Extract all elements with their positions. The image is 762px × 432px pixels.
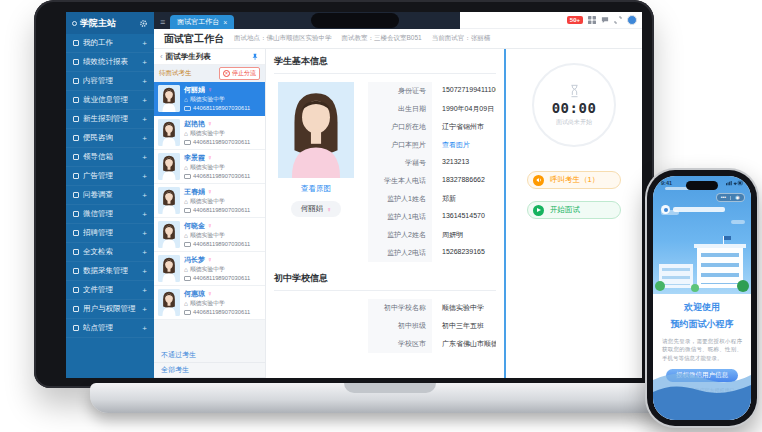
field-label: 学籍号 [368, 154, 432, 172]
welcome-line2: 预约面试小程序 [653, 318, 751, 331]
expand-plus-icon[interactable]: + [142, 229, 147, 238]
notification-badge[interactable]: 50+ [567, 16, 583, 24]
sidebar-item[interactable]: 站点管理 + [66, 319, 154, 338]
sidebar-item[interactable]: 全文检索 + [66, 243, 154, 262]
student-card[interactable]: 李景霞 ♀ ⌂ 顺德实验中学 [154, 150, 265, 184]
pin-icon[interactable] [251, 53, 259, 61]
student-card[interactable]: 赵艳艳 ♀ ⌂ 顺德实验中学 [154, 116, 265, 150]
menu-item-icon [73, 249, 79, 255]
field-value: 周妍明 [432, 226, 496, 244]
student-card[interactable]: 何晓金 ♀ ⌂ 顺德实验中学 [154, 218, 265, 252]
stop-dispatch-button[interactable]: × 停止分流 [219, 67, 260, 80]
idcard-icon [184, 242, 191, 247]
menu-item-icon [73, 306, 79, 312]
play-icon [533, 205, 544, 216]
gear-icon[interactable] [139, 19, 148, 28]
student-name-row: 何丽娟 ♀ [184, 85, 250, 94]
student-name: 王春娟 [184, 187, 205, 196]
basic-fields: 身份证号 150727199411100538 出生日期 1990年04月09日… [368, 82, 496, 262]
bush [691, 284, 699, 292]
sidebar-item[interactable]: 就业信息管理 + [66, 91, 154, 110]
building-main [697, 248, 743, 288]
chat-icon[interactable] [601, 16, 609, 24]
chevron-left-icon[interactable]: ‹ [160, 52, 163, 61]
sidebar-item[interactable]: 问卷调查 + [66, 186, 154, 205]
meta-interviewer: 当前面试官：张丽楠 [432, 34, 491, 43]
sidebar-item[interactable]: 我的工作 + [66, 34, 154, 53]
student-card-info: 冯长梦 ♀ ⌂ 顺德实验中学 [184, 255, 250, 282]
basic-info-title: 学生基本信息 [274, 55, 496, 74]
student-photo [158, 187, 180, 214]
camera-notch [311, 13, 399, 28]
hamburger-icon[interactable]: ≡ [160, 17, 165, 27]
tab-interview-workbench[interactable]: 面试官工作台 × [170, 15, 234, 29]
female-icon: ♀ [207, 255, 212, 264]
sidebar-item[interactable]: 微信管理 + [66, 205, 154, 224]
expand-plus-icon[interactable]: + [142, 286, 147, 295]
student-card[interactable]: 何惠琼 ♀ ⌂ 顺德实验中学 [154, 286, 265, 320]
sidebar-item[interactable]: 绩效统计报表 + [66, 53, 154, 72]
field-label: 监护人1姓名 [368, 190, 432, 208]
fullscreen-icon[interactable] [614, 16, 622, 24]
pending-group-header: 待面试考生 × 停止分流 [154, 65, 265, 82]
student-card[interactable]: 王春娟 ♀ ⌂ 顺德实验中学 [154, 184, 265, 218]
stop-icon: × [223, 70, 230, 77]
sidebar-item[interactable]: 广告管理 + [66, 167, 154, 186]
sidebar-item-label: 便民咨询 [83, 133, 113, 143]
school-icon: ⌂ [184, 301, 188, 307]
student-school: 顺德实验中学 [190, 129, 225, 138]
expand-plus-icon[interactable]: + [142, 39, 147, 48]
laptop-base-notch [344, 383, 436, 393]
chip-name: 何丽娟 [301, 204, 324, 214]
expand-plus-icon[interactable]: + [142, 153, 147, 162]
call-student-button[interactable]: 呼叫考生（1） [527, 171, 621, 189]
exit-target-icon[interactable]: ◉ [731, 194, 744, 201]
page-title: 面试官工作台 [164, 32, 224, 46]
grid-apps-icon[interactable] [588, 16, 596, 24]
expand-plus-icon[interactable]: + [142, 210, 147, 219]
expand-plus-icon[interactable]: + [142, 305, 147, 314]
link-all-students[interactable]: 全部考生 [154, 363, 265, 378]
student-card[interactable]: 何丽娟 ♀ ⌂ 顺德实验中学 [154, 82, 265, 116]
status-icons [726, 180, 743, 186]
dynamic-island [686, 181, 718, 190]
student-portrait [278, 82, 354, 178]
student-school: 顺德实验中学 [190, 163, 225, 172]
school-logo-text [673, 207, 725, 212]
expand-plus-icon[interactable]: + [142, 115, 147, 124]
expand-plus-icon[interactable]: + [142, 134, 147, 143]
expand-plus-icon[interactable]: + [142, 58, 147, 67]
user-avatar[interactable] [627, 15, 637, 25]
expand-plus-icon[interactable]: + [142, 172, 147, 181]
sidebar-item[interactable]: 用户与权限管理 + [66, 300, 154, 319]
expand-plus-icon[interactable]: + [142, 77, 147, 86]
menu-item-icon [73, 211, 79, 217]
sidebar-item[interactable]: 领导信箱 + [66, 148, 154, 167]
sidebar-item[interactable]: 便民咨询 + [66, 129, 154, 148]
student-card[interactable]: 冯长梦 ♀ ⌂ 顺德实验中学 [154, 252, 265, 286]
sidebar-item[interactable]: 文件管理 + [66, 281, 154, 300]
bush [655, 281, 665, 291]
close-icon[interactable]: × [223, 19, 227, 26]
miniprogram-header: 9:41 ••• ◉ [653, 176, 751, 294]
student-id: 440681198907030611 [193, 207, 250, 213]
expand-plus-icon[interactable]: + [142, 96, 147, 105]
expand-plus-icon[interactable]: + [142, 191, 147, 200]
link-rejected-students[interactable]: 不通过考生 [154, 348, 265, 363]
field-label: 初中班级 [368, 317, 432, 335]
start-interview-button[interactable]: 开始面试 [527, 201, 621, 219]
laptop-mockup: 学院主站 我的工作 + [34, 0, 654, 388]
sidebar-item-label: 全文检索 [83, 247, 113, 257]
view-original-link[interactable]: 查看原图 [301, 184, 331, 194]
sidebar-item[interactable]: 内容管理 + [66, 72, 154, 91]
sidebar-item[interactable]: 数据采集管理 + [66, 262, 154, 281]
expand-plus-icon[interactable]: + [142, 324, 147, 333]
sidebar-item[interactable]: 招聘管理 + [66, 224, 154, 243]
sidebar-item[interactable]: 新生报到管理 + [66, 110, 154, 129]
student-name-row: 何晓金 ♀ [184, 221, 250, 230]
more-icon[interactable]: ••• [717, 194, 730, 201]
sidebar-item-label: 招聘管理 [83, 228, 113, 238]
expand-plus-icon[interactable]: + [142, 248, 147, 257]
expand-plus-icon[interactable]: + [142, 267, 147, 276]
menu-item-icon [73, 78, 79, 84]
